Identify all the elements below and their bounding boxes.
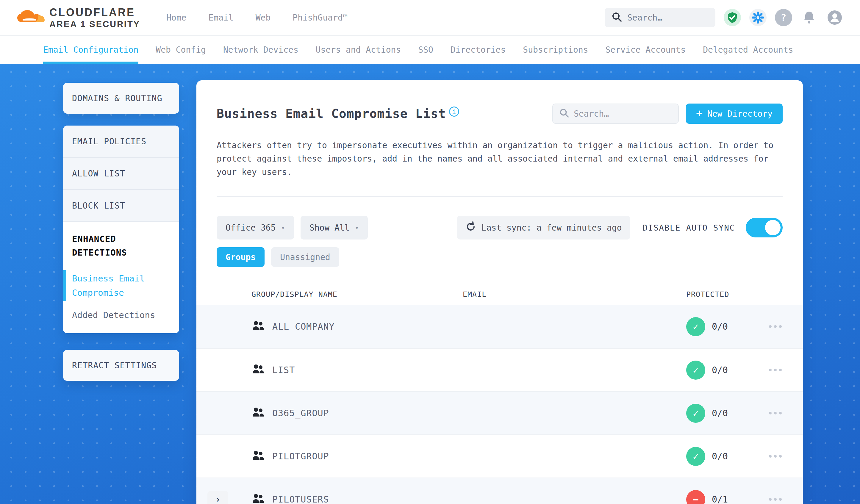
cloudflare-logo[interactable]: CLOUDFLARE AREA 1 SECURITY — [17, 6, 140, 29]
table-row[interactable]: LIST ✓0/0 — [197, 348, 803, 391]
group-people-icon — [252, 320, 272, 333]
unprotected-minus-icon: − — [686, 490, 705, 504]
auto-sync-toggle[interactable] — [746, 218, 783, 237]
new-directory-label: New Directory — [707, 109, 773, 119]
table-header: GROUP/DISPLAY NAME EMAIL PROTECTED — [197, 284, 803, 305]
tab-network-devices[interactable]: Network Devices — [223, 36, 299, 64]
nav-item-email[interactable]: Email — [208, 13, 233, 23]
top-bar: CLOUDFLARE AREA 1 SECURITY Home Email We… — [0, 0, 860, 35]
sidebar-item-block-list[interactable]: BLOCK LIST — [63, 190, 179, 222]
active-indicator-bar — [63, 270, 66, 301]
sidebar-item-enhanced-detections[interactable]: ENHANCED DETECTIONS — [72, 232, 161, 259]
column-group-display-name: GROUP/DISPLAY NAME — [252, 290, 463, 299]
global-search[interactable] — [605, 8, 715, 27]
refresh-icon — [465, 221, 476, 234]
protected-count: 0/0 — [712, 321, 728, 332]
group-people-icon — [252, 450, 272, 463]
protected-count: 0/0 — [712, 451, 728, 461]
sidebar-item-domains-routing[interactable]: DOMAINS & ROUTING — [63, 83, 179, 114]
column-protected: PROTECTED — [680, 290, 763, 299]
group-name: PILOTUSERS — [272, 494, 463, 504]
divider — [217, 196, 783, 197]
sidebar-item-added-detections[interactable]: Added Detections — [72, 310, 170, 320]
row-menu-button[interactable] — [763, 412, 803, 415]
settings-gear-icon[interactable] — [749, 9, 766, 26]
new-directory-button[interactable]: + New Directory — [686, 103, 783, 124]
tab-groups[interactable]: Groups — [217, 247, 264, 267]
row-menu-button[interactable] — [763, 325, 803, 328]
sidebar-section-enhanced-detections: ENHANCED DETECTIONS Business Email Compr… — [63, 222, 179, 333]
page-description: Attackers often try to impersonate execu… — [217, 139, 783, 179]
group-people-icon — [252, 407, 272, 419]
auto-sync-label: DISABLE AUTO SYNC — [643, 223, 735, 232]
brand-name: CLOUDFLARE — [49, 6, 140, 19]
brand-subtitle: AREA 1 SECURITY — [49, 19, 140, 29]
table-row[interactable]: › PILOTUSERS −0/1 — [197, 477, 803, 504]
settings-sidebar: DOMAINS & ROUTING EMAIL POLICIES ALLOW L… — [63, 83, 179, 381]
info-glyph: i — [452, 108, 456, 115]
table-row[interactable]: PILOTGROUP ✓0/0 — [197, 434, 803, 477]
help-glyph: ? — [780, 12, 786, 23]
group-people-icon — [252, 493, 272, 504]
help-icon[interactable]: ? — [775, 9, 792, 26]
last-sync-label: Last sync: a few minutes ago — [482, 223, 622, 233]
provider-dropdown[interactable]: Office 365 ▾ — [217, 216, 294, 240]
protected-count: 0/0 — [712, 408, 728, 418]
search-icon — [559, 108, 569, 119]
page-background: CLOUDFLARE AREA 1 SECURITY Home Email We… — [0, 0, 860, 504]
tab-unassigned[interactable]: Unassigned — [271, 247, 339, 267]
sidebar-item-business-email-compromise[interactable]: Business Email Compromise — [72, 271, 161, 300]
protected-check-icon: ✓ — [686, 361, 705, 380]
group-name: ALL COMPANY — [272, 321, 463, 332]
tab-delegated-accounts[interactable]: Delegated Accounts — [703, 36, 793, 64]
chevron-right-icon: › — [215, 494, 220, 504]
sidebar-policies-card: EMAIL POLICIES ALLOW LIST BLOCK LIST ENH… — [63, 126, 179, 333]
sidebar-item-allow-list[interactable]: ALLOW LIST — [63, 158, 179, 190]
chevron-down-icon: ▾ — [281, 224, 285, 231]
group-people-icon — [252, 364, 272, 376]
tab-directories[interactable]: Directories — [450, 36, 505, 64]
show-filter-dropdown[interactable]: Show All ▾ — [301, 216, 368, 240]
row-menu-button[interactable] — [763, 498, 803, 501]
plus-icon: + — [696, 107, 703, 119]
protected-count: 0/1 — [712, 494, 728, 504]
column-email: EMAIL — [463, 290, 680, 299]
toggle-knob — [765, 220, 780, 235]
sidebar-item-email-policies[interactable]: EMAIL POLICIES — [63, 126, 179, 158]
row-menu-button[interactable] — [763, 369, 803, 371]
table-row[interactable]: ALL COMPANY ✓0/0 — [197, 305, 803, 348]
protected-check-icon: ✓ — [686, 317, 705, 336]
provider-dropdown-value: Office 365 — [226, 223, 276, 233]
global-search-input[interactable] — [627, 13, 708, 23]
tab-subscriptions[interactable]: Subscriptions — [523, 36, 588, 64]
sidebar-item-retract-settings[interactable]: RETRACT SETTINGS — [63, 350, 179, 381]
show-filter-value: Show All — [310, 223, 350, 233]
protected-check-icon: ✓ — [686, 447, 705, 466]
expand-row-button[interactable]: › — [207, 491, 228, 504]
group-name: PILOTGROUP — [272, 451, 463, 461]
tab-web-config[interactable]: Web Config — [156, 36, 206, 64]
table-row[interactable]: O365_GROUP ✓0/0 — [197, 391, 803, 434]
notifications-bell-icon[interactable] — [801, 9, 818, 26]
directory-search[interactable] — [552, 103, 679, 124]
tab-service-accounts[interactable]: Service Accounts — [605, 36, 686, 64]
tab-email-configuration[interactable]: Email Configuration — [43, 36, 138, 64]
cloudflare-cloud-icon — [17, 8, 45, 27]
group-name: LIST — [272, 365, 463, 375]
row-menu-button[interactable] — [763, 455, 803, 458]
protected-count: 0/0 — [712, 365, 728, 375]
tab-users-and-actions[interactable]: Users and Actions — [316, 36, 401, 64]
primary-nav: Home Email Web PhishGuard™ — [166, 13, 348, 23]
section-tabs: Email Configuration Web Config Network D… — [0, 35, 860, 64]
nav-item-phishguard[interactable]: PhishGuard™ — [292, 13, 347, 23]
last-sync-button[interactable]: Last sync: a few minutes ago — [457, 216, 630, 240]
nav-item-web[interactable]: Web — [256, 13, 271, 23]
security-status-icon[interactable] — [724, 9, 741, 26]
directory-search-input[interactable] — [574, 109, 672, 119]
nav-item-home[interactable]: Home — [166, 13, 186, 23]
user-avatar-icon[interactable] — [826, 9, 843, 26]
chevron-down-icon: ▾ — [355, 224, 359, 231]
info-icon[interactable]: i — [449, 106, 459, 117]
tab-sso[interactable]: SSO — [418, 36, 433, 64]
groups-table: GROUP/DISPLAY NAME EMAIL PROTECTED ALL C… — [197, 284, 803, 504]
